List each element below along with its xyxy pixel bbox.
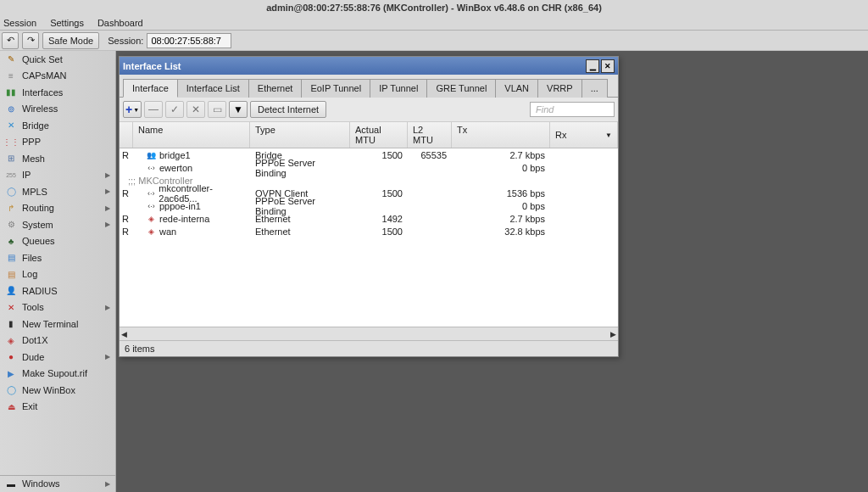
col-rx[interactable]: Rx▼: [550, 122, 618, 148]
chevron-icon: ▶: [105, 171, 110, 179]
tab-eoip-tunnel[interactable]: EoIP Tunnel: [301, 79, 370, 98]
menu-settings[interactable]: Settings: [50, 18, 84, 28]
safemode-button[interactable]: Safe Mode: [42, 32, 99, 49]
tools-icon: ✕: [5, 301, 17, 313]
session-field[interactable]: 08:00:27:55:88:7: [147, 33, 231, 48]
col-name[interactable]: Name: [133, 122, 250, 148]
table-row[interactable]: R‹·›mkcontroller-2ac6d5...OVPN Client150…: [120, 187, 618, 199]
sidebar-item-capsman[interactable]: ≡CAPsMAN: [0, 68, 115, 85]
tab-gre-tunnel[interactable]: GRE Tunnel: [426, 79, 496, 98]
col-tx[interactable]: Tx: [452, 122, 550, 148]
sidebar-item-routing[interactable]: ↱Routing▶: [0, 200, 115, 217]
filter-button[interactable]: ▼: [229, 101, 248, 118]
quickset-icon: ✎: [5, 53, 17, 65]
sidebar-item-label: Exit: [22, 401, 110, 411]
interface-type-icon: 👥: [147, 150, 156, 159]
tabbar: InterfaceInterface ListEthernetEoIP Tunn…: [120, 75, 618, 98]
sidebar-item-exit[interactable]: ⏏Exit: [0, 399, 115, 416]
interface-type-icon: ◈: [147, 226, 156, 236]
chevron-icon: ▶: [105, 204, 110, 212]
columns-dropdown-icon[interactable]: ▼: [605, 131, 612, 139]
wireless-icon: ⊚: [5, 103, 17, 115]
disable-button[interactable]: ✕: [186, 101, 205, 118]
sidebar-windows[interactable]: ▬ Windows ▶: [0, 476, 115, 493]
sidebar-item-bridge[interactable]: ✕Bridge: [0, 117, 115, 134]
sidebar-item-files[interactable]: ▤Files: [0, 249, 115, 266]
table-row[interactable]: ‹·›pppoe-in1PPPoE Server Binding0 bps: [120, 199, 618, 212]
sidebar-item-wireless[interactable]: ⊚Wireless: [0, 101, 115, 118]
tab-interface-list[interactable]: Interface List: [177, 79, 249, 98]
sidebar-item-queues[interactable]: ♣Queues: [0, 233, 115, 250]
sidebar-item-system[interactable]: ⚙System▶: [0, 216, 115, 233]
scroll-right-icon[interactable]: ▶: [610, 330, 616, 338]
sidebar-item-dude[interactable]: ●Dude▶: [0, 349, 115, 366]
sidebar-item-label: Tools: [22, 302, 100, 312]
sidebar-item-label: PPP: [22, 137, 110, 147]
windows-icon: ▬: [5, 478, 17, 489]
sidebar-item-makesupout.rif[interactable]: ▶Make Supout.rif: [0, 366, 115, 383]
sidebar-item-interfaces[interactable]: ▮▮Interfaces: [0, 84, 115, 101]
sidebar-item-label: Files: [22, 253, 110, 263]
sidebar-item-ip[interactable]: 255IP▶: [0, 167, 115, 184]
undo-button[interactable]: ↶: [2, 32, 19, 49]
scroll-left-icon[interactable]: ◀: [121, 330, 127, 338]
sidebar-item-label: New Terminal: [22, 319, 110, 329]
sidebar-item-label: RADIUS: [22, 286, 110, 296]
sidebar-item-newwinbox[interactable]: ◯New WinBox: [0, 382, 115, 399]
col-l2-mtu[interactable]: L2 MTU: [408, 122, 452, 148]
close-button[interactable]: ✕: [601, 59, 615, 73]
sidebar-item-label: IP: [22, 170, 100, 180]
table-row[interactable]: R◈rede-internaEthernet14922.7 kbps: [120, 212, 618, 225]
comment-button[interactable]: ▭: [208, 101, 226, 118]
redo-button[interactable]: ↷: [22, 32, 39, 49]
add-button[interactable]: +▼: [123, 101, 142, 118]
queues-icon: ♣: [5, 235, 17, 247]
system-icon: ⚙: [5, 219, 17, 231]
mpls-icon: ◯: [5, 186, 17, 198]
col-actual-mtu[interactable]: Actual MTU: [350, 122, 408, 148]
sidebar-item-dot1x[interactable]: ◈Dot1X: [0, 333, 115, 349]
tab-vrrp[interactable]: VRRP: [537, 79, 582, 98]
sidebar-item-log[interactable]: ▤Log: [0, 266, 115, 283]
menu-dashboard[interactable]: Dashboard: [97, 18, 143, 28]
col-type[interactable]: Type: [250, 122, 350, 148]
minimize-button[interactable]: ▁: [586, 59, 599, 73]
status-itemcount: 6 items: [120, 340, 618, 356]
remove-button[interactable]: —: [144, 101, 163, 118]
table-row[interactable]: ‹·›ewertonPPPoE Server Binding0 bps: [120, 161, 618, 174]
tab-ip-tunnel[interactable]: IP Tunnel: [370, 79, 427, 98]
interface-list-window: Interface List ▁ ✕ InterfaceInterface Li…: [119, 56, 619, 357]
routing-icon: ↱: [5, 202, 17, 214]
sidebar-item-quickset[interactable]: ✎Quick Set: [0, 51, 115, 68]
enable-button[interactable]: ✓: [165, 101, 184, 118]
sidebar-item-label: CAPsMAN: [22, 70, 110, 81]
find-input[interactable]: Find: [530, 102, 615, 117]
sidebar-item-mpls[interactable]: ◯MPLS▶: [0, 183, 115, 200]
sidebar-item-ppp[interactable]: ⋮⋮PPP: [0, 134, 115, 151]
toolbar: ↶ ↷ Safe Mode Session: 08:00:27:55:88:7: [0, 31, 868, 51]
interface-type-icon: ‹·›: [147, 188, 155, 198]
sidebar-item-mesh[interactable]: ⊞Mesh: [0, 150, 115, 167]
table-row[interactable]: R◈wanEthernet150032.8 kbps: [120, 225, 618, 238]
table-header[interactable]: Name Type Actual MTU L2 MTU Tx Rx▼: [120, 122, 618, 148]
tab-ethernet[interactable]: Ethernet: [248, 79, 303, 98]
chevron-icon: ▶: [105, 480, 110, 488]
log-icon: ▤: [5, 268, 17, 280]
sidebar-item-newterminal[interactable]: ▮New Terminal: [0, 316, 115, 333]
horizontal-scrollbar[interactable]: ◀ ▶: [120, 327, 618, 340]
tab-vlan[interactable]: VLAN: [495, 79, 538, 98]
sidebar-item-label: New WinBox: [22, 385, 110, 395]
sidebar-item-label: Mesh: [22, 154, 110, 164]
files-icon: ▤: [5, 252, 17, 264]
tab-interface[interactable]: Interface: [123, 79, 178, 98]
chevron-icon: ▶: [105, 353, 110, 361]
menu-session[interactable]: Session: [3, 18, 36, 28]
tab--[interactable]: ...: [581, 79, 608, 98]
menubar: Session Settings Dashboard: [0, 15, 868, 31]
sidebar-item-tools[interactable]: ✕Tools▶: [0, 299, 115, 316]
dot1x-icon: ◈: [5, 334, 17, 346]
table-row[interactable]: R👥bridge1Bridge1500655352.7 kbps: [120, 148, 618, 161]
sidebar-item-radius[interactable]: 👤RADIUS: [0, 282, 115, 299]
subwindow-titlebar[interactable]: Interface List ▁ ✕: [120, 57, 618, 75]
detect-internet-button[interactable]: Detect Internet: [250, 101, 326, 118]
